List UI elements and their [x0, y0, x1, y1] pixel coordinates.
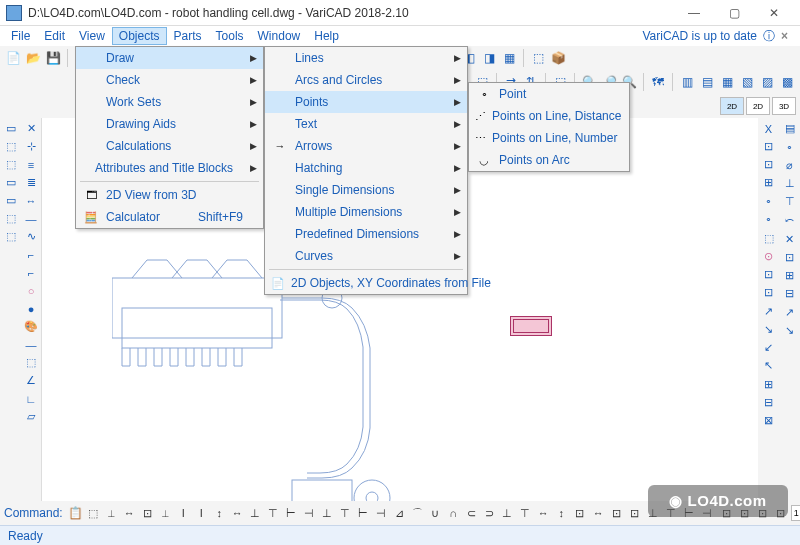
- toolbar-button[interactable]: ●: [23, 300, 40, 317]
- toolbar-button[interactable]: ✕: [23, 120, 40, 137]
- close-button[interactable]: ✕: [754, 0, 794, 26]
- toolbar-button[interactable]: ⬚: [2, 210, 19, 227]
- menu-item-arrows[interactable]: →Arrows▶: [265, 135, 467, 157]
- menu-item-arcs-and-circles[interactable]: Arcs and Circles▶: [265, 69, 467, 91]
- menu-item-single-dimensions[interactable]: Single Dimensions▶: [265, 179, 467, 201]
- menu-edit[interactable]: Edit: [37, 27, 72, 45]
- toolbar-button[interactable]: ⬚: [2, 138, 19, 155]
- bottom-toolbar-button[interactable]: ⊡: [608, 505, 625, 522]
- toolbar-button[interactable]: ↗: [781, 304, 798, 321]
- toolbar-button[interactable]: ⬚: [529, 49, 547, 67]
- toolbar-button[interactable]: ⊞: [760, 174, 777, 191]
- menu-file[interactable]: File: [4, 27, 37, 45]
- bottom-toolbar-button[interactable]: ⊂: [463, 505, 480, 522]
- toolbar-button[interactable]: ⊤: [781, 193, 798, 210]
- toolbar-button[interactable]: ▨: [758, 73, 776, 91]
- bottom-toolbar-button[interactable]: ↕: [553, 505, 570, 522]
- menu-help[interactable]: Help: [307, 27, 346, 45]
- toolbar-button[interactable]: ⊥: [781, 175, 798, 192]
- toolbar-button[interactable]: ⤺: [781, 212, 798, 229]
- toolbar-button[interactable]: —: [23, 336, 40, 353]
- bottom-toolbar-button[interactable]: ⊃: [481, 505, 498, 522]
- bottom-toolbar-button[interactable]: I: [193, 505, 210, 522]
- toolbar-button[interactable]: ∿: [23, 228, 40, 245]
- menu-item-lines[interactable]: Lines▶: [265, 47, 467, 69]
- menu-tools[interactable]: Tools: [209, 27, 251, 45]
- toolbar-button[interactable]: ▭: [2, 174, 19, 191]
- bottom-toolbar-button[interactable]: I: [175, 505, 192, 522]
- bottom-toolbar-button[interactable]: ⊣: [373, 505, 390, 522]
- toolbar-button[interactable]: ▭: [2, 120, 19, 137]
- bottom-toolbar-button[interactable]: ⌒: [409, 505, 426, 522]
- menu-item-predefined-dimensions[interactable]: Predefined Dimensions▶: [265, 223, 467, 245]
- bottom-toolbar-button[interactable]: ⊡: [626, 505, 643, 522]
- menu-item-points-on-arc[interactable]: ◡Points on Arc: [469, 149, 629, 171]
- menu-item-point[interactable]: ∘Point: [469, 83, 629, 105]
- toolbar-button[interactable]: ⊞: [760, 376, 777, 393]
- toolbar-button[interactable]: ▧: [738, 73, 756, 91]
- toolbar-button[interactable]: ↔: [23, 192, 40, 209]
- toolbar-button[interactable]: ▱: [23, 408, 40, 425]
- menu-item-hatching[interactable]: Hatching▶: [265, 157, 467, 179]
- menu-item-points-on-line-number[interactable]: ⋯Points on Line, Number: [469, 127, 629, 149]
- view-mode-2d[interactable]: 2D: [720, 97, 744, 115]
- toolbar-button[interactable]: ⌀: [781, 157, 798, 174]
- toolbar-button[interactable]: ⊙: [760, 248, 777, 265]
- toolbar-button[interactable]: ▦: [500, 49, 518, 67]
- view-mode-3d[interactable]: 3D: [772, 97, 796, 115]
- toolbar-button[interactable]: ◨: [480, 49, 498, 67]
- bottom-toolbar-button[interactable]: ⊤: [337, 505, 354, 522]
- bottom-toolbar-button[interactable]: ⊥: [247, 505, 264, 522]
- bottom-toolbar-button[interactable]: ∩: [445, 505, 462, 522]
- toolbar-button[interactable]: ▥: [678, 73, 696, 91]
- toolbar-button[interactable]: ⬚: [2, 156, 19, 173]
- bottom-toolbar-button[interactable]: ⊢: [355, 505, 372, 522]
- toolbar-button[interactable]: —: [23, 210, 40, 227]
- toolbar-button[interactable]: ↙: [760, 339, 777, 356]
- bottom-toolbar-button[interactable]: ⊡: [139, 505, 156, 522]
- bottom-toolbar-button[interactable]: ↔: [590, 505, 607, 522]
- bottom-toolbar-button[interactable]: ↕: [211, 505, 228, 522]
- toolbar-button[interactable]: ⊠: [760, 412, 777, 429]
- menu-item-text[interactable]: Text▶: [265, 113, 467, 135]
- bottom-toolbar-button[interactable]: ↔: [121, 505, 138, 522]
- command-icon[interactable]: 📋: [68, 505, 83, 522]
- bottom-toolbar-button[interactable]: ⊿: [391, 505, 408, 522]
- toolbar-button[interactable]: ⊡: [760, 138, 777, 155]
- bottom-toolbar-button[interactable]: ↔: [229, 505, 246, 522]
- toolbar-button[interactable]: ▤: [698, 73, 716, 91]
- menu-item-points[interactable]: Points▶: [265, 91, 467, 113]
- menu-item-curves[interactable]: Curves▶: [265, 245, 467, 267]
- toolbar-button[interactable]: ✕: [781, 231, 798, 248]
- minimize-button[interactable]: —: [674, 0, 714, 26]
- toolbar-button[interactable]: ∘: [781, 139, 798, 156]
- toolbar-button[interactable]: ▤: [781, 120, 798, 137]
- toolbar-button[interactable]: 🎨: [23, 318, 40, 335]
- maximize-button[interactable]: ▢: [714, 0, 754, 26]
- menu-item-work-sets[interactable]: Work Sets▶: [76, 91, 263, 113]
- menu-item-2d-objects-xy-coordinates-from-file[interactable]: 📄2D Objects, XY Coordinates from File: [265, 272, 467, 294]
- toolbar-button[interactable]: 📄: [4, 49, 22, 67]
- toolbar-button[interactable]: ⬚: [760, 230, 777, 247]
- info-icon[interactable]: ⓘ: [763, 28, 775, 45]
- bottom-toolbar-button[interactable]: ⟂: [103, 505, 120, 522]
- toolbar-button[interactable]: ⊞: [781, 267, 798, 284]
- toolbar-button[interactable]: ↘: [781, 322, 798, 339]
- toolbar-button[interactable]: 💾: [44, 49, 62, 67]
- bottom-toolbar-button[interactable]: ⊥: [319, 505, 336, 522]
- bottom-toolbar-button[interactable]: ∪: [427, 505, 444, 522]
- toolbar-button[interactable]: ⊡: [760, 284, 777, 301]
- menu-item-check[interactable]: Check▶: [76, 69, 263, 91]
- toolbar-button[interactable]: 📦: [549, 49, 567, 67]
- bottom-toolbar-button[interactable]: ↔: [535, 505, 552, 522]
- toolbar-button[interactable]: ∟: [23, 390, 40, 407]
- bottom-toolbar-button[interactable]: ⬚: [85, 505, 102, 522]
- toolbar-button[interactable]: ≡: [23, 156, 40, 173]
- toolbar-button[interactable]: ⬚: [2, 228, 19, 245]
- menu-view[interactable]: View: [72, 27, 112, 45]
- view-mode-2d[interactable]: 2D: [746, 97, 770, 115]
- toolbar-button[interactable]: ▦: [718, 73, 736, 91]
- bottom-toolbar-button[interactable]: ⊤: [517, 505, 534, 522]
- menu-item-points-on-line-distance[interactable]: ⋰Points on Line, Distance: [469, 105, 629, 127]
- toolbar-button[interactable]: ↘: [760, 321, 777, 338]
